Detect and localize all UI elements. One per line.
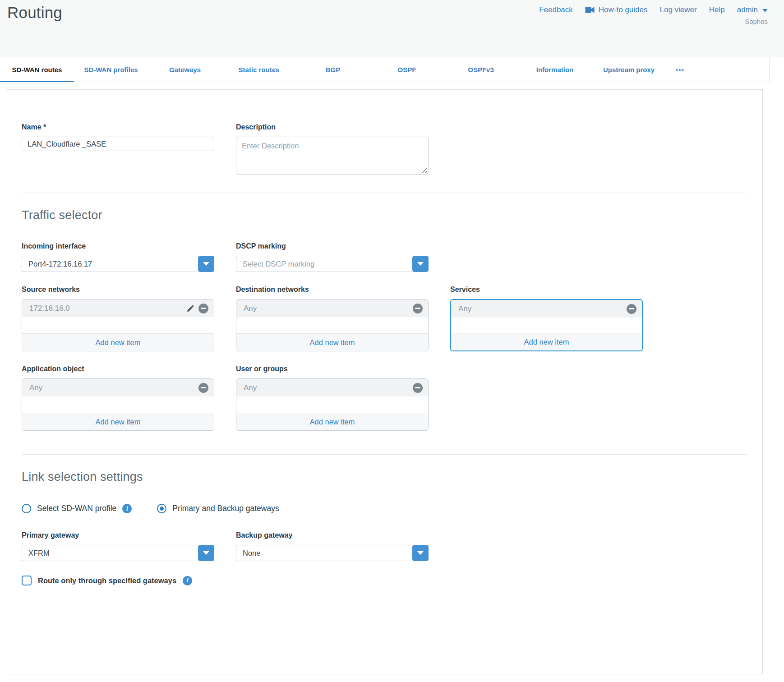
tab-ospf[interactable]: OSPF [370,57,444,82]
tab-sdwan-routes[interactable]: SD-WAN routes [0,57,74,82]
name-input[interactable] [22,137,214,151]
list-item: Any [451,300,642,318]
radio-label: Primary and Backup gateways [172,504,279,513]
route-only-checkbox[interactable] [22,576,32,585]
chevron-down-icon [203,262,209,266]
backup-gateway-value: None [236,549,428,558]
item-box-spacer [236,396,428,413]
dropdown-arrow-button[interactable] [412,256,429,272]
user-or-groups-label: User or groups [236,365,429,373]
help-label: Help [709,5,725,14]
primary-gateway-value: XFRM [22,549,214,558]
link-selection-heading: Link selection settings [22,470,748,484]
services-box: Any Add new item [450,299,643,351]
chevron-down-icon [417,551,424,555]
link-selection-radio-group: Select SD-WAN profile i Primary and Back… [22,504,748,513]
incoming-interface-value: Port4-172.16.16.17 [22,260,214,268]
tab-sdwan-profiles[interactable]: SD-WAN profiles [74,57,148,82]
tab-bgp[interactable]: BGP [296,57,370,82]
source-networks-box: 172.16.16.0 Add new item [22,299,214,351]
chevron-down-icon [417,262,424,266]
primary-gateway-select[interactable]: XFRM [22,545,214,561]
admin-menu[interactable]: admin [737,5,768,14]
howto-guides-label: How-to guides [599,5,648,14]
remove-icon[interactable] [198,304,208,313]
radio-primary-backup-gateways[interactable]: Primary and Backup gateways [157,504,279,513]
log-viewer-label: Log viewer [660,5,697,14]
log-viewer-link[interactable]: Log viewer [660,5,697,14]
howto-guides-link[interactable]: How-to guides [585,5,648,14]
item-box-spacer [236,317,428,333]
radio-select-sdwan-profile[interactable]: Select SD-WAN profile i [22,504,132,513]
item-box-spacer [22,317,214,333]
dropdown-arrow-button[interactable] [198,545,214,561]
dropdown-arrow-button[interactable] [412,545,429,561]
caret-down-icon [762,9,768,12]
add-new-item-button[interactable]: Add new item [236,413,428,430]
list-item: Any [22,379,214,396]
route-only-checkbox-row: Route only through specified gateways i [22,576,748,585]
item-box-spacer [451,318,642,333]
tab-bar: SD-WAN routes SD-WAN profiles Gateways S… [0,57,770,82]
backup-gateway-select[interactable]: None [236,545,429,561]
dscp-marking-select[interactable]: Select DSCP marking [236,256,429,272]
header-links: Feedback How-to guides Log viewer Help a… [539,5,768,14]
remove-icon[interactable] [413,383,423,393]
list-item: Any [236,379,428,396]
radio-label: Select SD-WAN profile [37,504,116,513]
remove-icon[interactable] [627,304,636,314]
add-new-item-button[interactable]: Add new item [22,333,214,351]
primary-gateway-label: Primary gateway [22,531,214,539]
item-value: 172.16.16.0 [29,304,186,313]
remove-icon[interactable] [198,383,208,393]
description-label: Description [236,123,429,131]
add-new-item-button[interactable]: Add new item [451,333,642,350]
help-link[interactable]: Help [709,5,725,14]
tab-static-routes[interactable]: Static routes [222,57,296,82]
destination-networks-label: Destination networks [236,286,429,294]
incoming-interface-label: Incoming interface [22,242,214,250]
remove-icon[interactable] [413,304,423,313]
dropdown-arrow-button[interactable] [198,256,214,272]
item-value: Any [458,304,627,313]
feedback-label: Feedback [539,5,573,14]
description-input[interactable] [236,137,429,175]
video-camera-icon [585,6,595,14]
feedback-link[interactable]: Feedback [539,5,573,14]
list-item: Any [236,300,428,317]
section-divider [22,454,748,455]
tab-information[interactable]: Information [518,57,592,82]
add-new-item-button[interactable]: Add new item [236,333,428,351]
admin-label: admin [737,5,758,14]
radio-selected-icon[interactable] [157,504,166,513]
radio-unselected-icon[interactable] [22,504,31,513]
info-icon[interactable]: i [122,504,132,513]
incoming-interface-select[interactable]: Port4-172.16.16.17 [22,256,214,272]
tab-upstream-proxy[interactable]: Upstream proxy [592,57,666,82]
name-label: Name * [22,123,214,131]
application-object-box: Any Add new item [22,378,214,431]
item-value: Any [244,304,413,313]
destination-networks-box: Any Add new item [236,299,429,351]
page-title: Routing [7,4,62,22]
item-value: Any [244,383,413,392]
info-icon[interactable]: i [183,576,192,585]
tab-ospfv3[interactable]: OSPFv3 [444,57,518,82]
sdwan-route-form: Name * Description Traffic selector Inco… [7,89,763,674]
dscp-marking-placeholder: Select DSCP marking [236,260,428,268]
backup-gateway-label: Backup gateway [236,531,429,539]
traffic-selector-heading: Traffic selector [22,208,748,222]
more-tabs-button[interactable]: ••• [666,57,695,82]
edit-icon[interactable] [186,304,195,313]
add-new-item-button[interactable]: Add new item [22,413,214,430]
chevron-down-icon [203,551,209,555]
item-value: Any [29,383,198,392]
page-header: Routing Feedback How-to guides Log viewe… [0,0,784,57]
item-box-spacer [22,396,214,413]
section-divider [22,193,748,193]
application-object-label: Application object [22,365,214,373]
route-only-checkbox-label: Route only through specified gateways [38,576,176,585]
tab-gateways[interactable]: Gateways [148,57,222,82]
dscp-marking-label: DSCP marking [236,242,429,250]
list-item: 172.16.16.0 [22,300,214,317]
